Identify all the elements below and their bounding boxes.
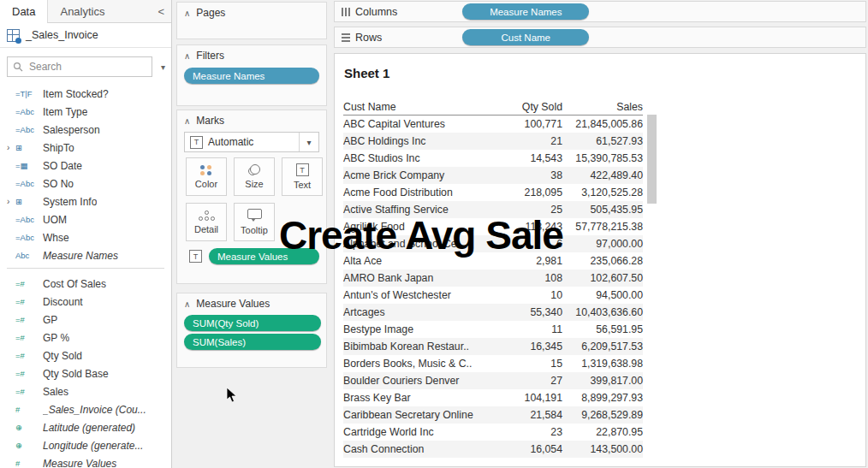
sales-cell: 422,489.40 [562,169,643,181]
field-type-icon: Abc [15,251,43,260]
column-header-sales[interactable]: Sales [562,101,643,113]
field-row[interactable]: › ⊞ System Info [0,193,171,210]
measure-value-pill[interactable]: SUM(Qty Sold) [184,315,321,331]
measure-value-pill[interactable]: SUM(Sales) [184,334,321,350]
cust-name-cell: ABC Studios Inc [343,152,487,164]
table-row[interactable]: Bestype Image 11 56,591.95 [343,321,643,338]
field-row[interactable]: =Abc Item Type [0,103,171,121]
measure-values-title: Measure Values [196,298,270,310]
table-row[interactable]: Caribbean Secretary Online 21,584 9,268,… [343,406,643,424]
table-row[interactable]: Antun's of Westchester 10 94,500.00 [343,287,643,304]
field-row[interactable]: =# Sales [0,382,171,400]
field-label: Qty Sold Base [43,368,109,380]
field-row[interactable]: =# Qty Sold Base [0,364,171,382]
search-options-caret-icon[interactable]: ▾ [161,62,165,72]
table-row[interactable]: Artcages 55,340 10,403,636.60 [343,304,643,321]
mouse-cursor [226,387,238,404]
field-row[interactable]: Abc Measure Names [0,246,171,264]
qty-sold-cell: 16,054 [487,443,562,455]
field-row[interactable]: ⊕ Longitude (generate... [0,436,171,454]
sales-cell: 102,607.50 [562,272,643,284]
table-row[interactable]: Acme Brick Company 38 422,489.40 [343,167,643,184]
table-row[interactable]: Cash Connection 16,054 143,500.00 [343,441,643,458]
table-row[interactable]: Brass Key Bar 104,191 8,899,297.93 [343,389,643,406]
sales-cell: 6,209,517.53 [562,341,643,352]
column-header-cust-name[interactable]: Cust Name [343,101,487,113]
size-button[interactable]: Size [234,157,275,196]
crosstab-table: Cust Name Qty Sold Sales ABC Capital Ven… [343,98,643,458]
mark-type-dropdown[interactable]: T Automatic ▾ [184,132,319,152]
field-label: Measure Values [43,458,116,468]
rows-shelf[interactable]: Rows Cust Name [334,27,866,48]
columns-pill-measure-names[interactable]: Measure Names [462,3,589,20]
table-row[interactable]: Bibimbab Korean Restaur.. 16,345 6,209,5… [343,338,643,355]
field-row[interactable]: =# GP [0,311,171,329]
collapse-pages-icon[interactable]: ∧ [184,9,190,18]
table-row[interactable]: Boulder Couriers Denver 27 399,817.00 [343,372,643,389]
columns-shelf[interactable]: Columns Measure Names [334,1,866,22]
search-box[interactable] [7,56,152,77]
field-row[interactable]: =# Discount [0,293,171,311]
field-row[interactable]: # Measure Values [0,454,171,468]
dimension-list: =T|F Item Stocked? =Abc Item Type =Abc S… [0,82,171,264]
table-row[interactable]: ABC Studios Inc 14,543 15,390,785.53 [343,150,643,167]
expander-icon[interactable]: › [7,197,15,206]
sales-cell: 9,268,529.89 [562,409,643,421]
collapse-marks-icon[interactable]: ∧ [184,116,190,126]
table-row[interactable]: ABC Capital Ventures 100,771 21,845,005.… [343,116,643,133]
table-row[interactable]: Cartridge World Inc 23 22,870.95 [343,424,643,441]
chevron-down-icon[interactable]: ▾ [299,133,318,151]
cust-name-cell: ABC Holdings Inc [343,135,487,147]
filter-pill-measure-names[interactable]: Measure Names [184,68,319,84]
cust-name-cell: Acme Brick Company [343,169,487,181]
field-row[interactable]: # _Sales_Invoice (Cou... [0,400,171,418]
filters-title: Filters [196,50,224,62]
columns-shelf-label: Columns [355,6,397,18]
field-row[interactable]: =# Cost Of Sales [0,275,171,293]
table-row[interactable]: Acme Food Distribution 218,095 3,120,525… [343,184,643,201]
field-row[interactable]: =Abc Whse [0,228,171,246]
field-label: Latitude (generated) [43,422,135,434]
field-row[interactable]: =Abc SO No [0,175,171,193]
tab-analytics[interactable]: Analytics [47,0,116,23]
text-mark-icon: T [190,136,203,149]
color-button[interactable]: Color [186,157,227,196]
field-row[interactable]: =T|F Item Stocked? [0,85,171,103]
field-row[interactable]: =Abc Salesperson [0,121,171,139]
collapse-measure-values-icon[interactable]: ∧ [184,299,190,309]
table-row[interactable]: Borders Books, Music & C.. 15 1,319,638.… [343,355,643,372]
search-input[interactable] [27,60,146,74]
datasource-item[interactable]: _Sales_Invoice [0,23,171,48]
cust-name-cell: AMRO Bank Japan [343,272,487,284]
collapse-filters-icon[interactable]: ∧ [184,51,190,61]
field-row[interactable]: › ⊞ ShipTo [0,139,171,157]
field-label: Salesperson [43,124,100,136]
table-row[interactable]: AMRO Bank Japan 108 102,607.50 [343,270,643,287]
field-row[interactable]: =Abc UOM [0,210,171,228]
measure-values-card: ∧ Measure Values SUM(Qty Sold) SUM(Sales… [176,293,327,368]
qty-sold-cell: 11 [487,323,562,335]
tooltip-button[interactable]: Tooltip [234,203,275,241]
rows-pill-cust-name[interactable]: Cust Name [462,29,589,45]
qty-sold-cell: 23 [487,426,562,438]
datasource-check-badge [15,38,21,44]
table-header-row: Cust Name Qty Sold Sales [343,98,643,116]
field-row[interactable]: ⊕ Latitude (generated) [0,418,171,436]
qty-sold-cell: 100,771 [487,118,562,130]
field-row[interactable]: =# Qty Sold [0,347,171,364]
expander-icon[interactable]: › [7,143,15,152]
table-row[interactable]: ABC Holdings Inc 21 61,527.93 [343,133,643,150]
detail-icon [199,210,215,221]
text-button[interactable]: T Text [282,157,323,196]
column-header-qty-sold[interactable]: Qty Sold [487,101,562,113]
vertical-scrollbar-thumb[interactable] [647,115,657,204]
cust-name-cell: Caribbean Secretary Online [343,409,487,421]
tab-data[interactable]: Data [0,0,47,23]
mark-type-label: Automatic [208,136,299,148]
detail-button[interactable]: Detail [186,203,227,241]
tableau-window: Data Analytics < _Sales_Invoice ▾ [0,0,868,468]
sales-cell: 10,403,636.60 [562,306,643,318]
collapse-pane-icon[interactable]: < [117,0,172,23]
field-row[interactable]: =# GP % [0,329,171,347]
field-row[interactable]: =▦ SO Date [0,157,171,175]
